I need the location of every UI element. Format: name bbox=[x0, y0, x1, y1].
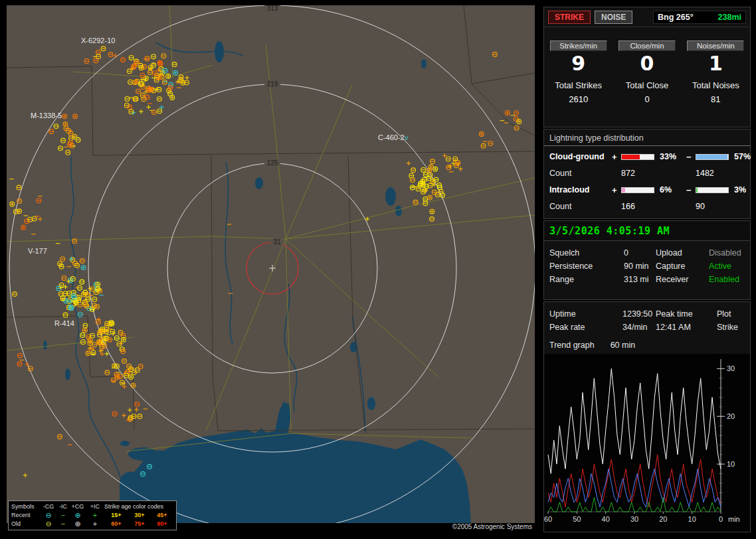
strike-symbol bbox=[430, 159, 435, 164]
strike-symbol bbox=[139, 110, 143, 114]
plus-sign: + bbox=[612, 152, 621, 162]
strike-symbol bbox=[38, 217, 42, 221]
strike-symbol bbox=[129, 56, 134, 60]
strike-symbol bbox=[101, 46, 106, 51]
rate-button-close-min[interactable]: Close/min bbox=[618, 40, 676, 51]
y-tick-label: 10 bbox=[727, 460, 735, 468]
minus-sign: − bbox=[686, 185, 696, 195]
trend-graph-label: Trend graph bbox=[549, 341, 595, 350]
strike-symbol bbox=[148, 70, 153, 75]
legend-symbol: − bbox=[56, 520, 70, 528]
rate-button-noises-min[interactable]: Noises/min bbox=[687, 40, 744, 51]
status-row-persistence: Persistence90 minCaptureActive bbox=[549, 260, 747, 273]
distribution-section: Lightning type distribution Cloud-ground… bbox=[543, 129, 751, 219]
stats-cell-c3: 12:41 AM bbox=[656, 323, 717, 332]
strike-symbol bbox=[13, 292, 17, 297]
strike-symbol bbox=[179, 75, 183, 80]
x-tick-label: 30 bbox=[630, 515, 638, 523]
strike-symbol bbox=[161, 54, 166, 58]
status-key: Squelch bbox=[549, 248, 624, 258]
total-value-total-close: 0 bbox=[644, 94, 649, 104]
app-window: 31321912531X-6292-10M-1338-5C-460-2vV-17… bbox=[0, 0, 756, 539]
strike-symbol bbox=[62, 276, 66, 281]
control-panel: STRIKE NOISE Bng 265° 238mi Strikes/minC… bbox=[543, 7, 751, 534]
trend-label-row: Trend graph 60 min bbox=[544, 334, 750, 351]
strike-symbol bbox=[157, 97, 162, 102]
ring-distance-label: 31 bbox=[273, 238, 281, 246]
noise-mode-button[interactable]: NOISE bbox=[595, 11, 632, 24]
total-label-total-close: Total Close bbox=[626, 80, 668, 90]
station-label-v-177: V-177 bbox=[28, 247, 47, 255]
status-row-squelch: Squelch0UploadDisabled bbox=[549, 246, 747, 260]
status-key: Receiver bbox=[656, 275, 709, 284]
strike-symbol bbox=[481, 143, 486, 148]
distribution-row-intracloud: Intracloud+6%−3% bbox=[549, 182, 746, 198]
strike-symbol bbox=[66, 150, 70, 155]
station-label-x-6292-10: X-6292-10 bbox=[81, 37, 115, 44]
trend-section: Uptime1239:50Peak timePlotPeak rate34/mi… bbox=[543, 301, 751, 532]
strike-symbol bbox=[151, 54, 156, 59]
rate-value-strikes-min: 9 bbox=[571, 52, 585, 75]
status-value: 90 min bbox=[624, 262, 656, 271]
strike-symbol bbox=[92, 303, 97, 308]
strike-symbol bbox=[96, 50, 100, 54]
strike-symbol bbox=[451, 161, 455, 165]
strike-symbol bbox=[82, 328, 87, 333]
total-label-total-noises: Total Noises bbox=[692, 80, 739, 90]
legend-row-recent: Recent bbox=[11, 511, 41, 520]
stats-grid: Uptime1239:50Peak timePlotPeak rate34/mi… bbox=[544, 302, 750, 334]
bearing-display: Bng 265° 238mi bbox=[653, 11, 746, 24]
strike-symbol bbox=[121, 333, 126, 338]
legend-symbol: ⊕ bbox=[70, 511, 86, 520]
legend-symbol: ⊖ bbox=[41, 520, 56, 528]
strike-mode-button[interactable]: STRIKE bbox=[548, 11, 591, 24]
strike-symbol bbox=[135, 368, 140, 372]
strike-symbol bbox=[173, 70, 178, 75]
total-value-total-strikes: 2610 bbox=[569, 94, 588, 104]
strike-symbol bbox=[114, 336, 119, 341]
strike-symbol bbox=[92, 297, 97, 301]
trend-graph: 1020306050403020100min bbox=[544, 354, 750, 532]
total-label-total-strikes: Total Strikes bbox=[555, 80, 602, 90]
rate-value-close-min: 0 bbox=[640, 52, 654, 75]
strike-symbol bbox=[430, 209, 434, 214]
trend-series-cg-negative bbox=[548, 455, 721, 507]
strike-symbol bbox=[135, 402, 140, 406]
positive-count: 872 bbox=[621, 169, 686, 178]
count-label: Count bbox=[549, 202, 612, 211]
strike-symbol bbox=[17, 362, 22, 366]
x-axis-unit-label: min bbox=[728, 515, 740, 523]
x-tick-label: 60 bbox=[544, 515, 552, 523]
strike-symbol bbox=[411, 168, 416, 173]
x-tick-label: 20 bbox=[659, 515, 667, 523]
positive-percent: 33% bbox=[657, 152, 686, 161]
strike-symbol bbox=[121, 58, 126, 62]
total-values-row: 2610081 bbox=[544, 94, 750, 104]
lightning-map[interactable]: 31321912531X-6292-10M-1338-5C-460-2vV-17… bbox=[7, 5, 535, 531]
distribution-title: Lightning type distribution bbox=[544, 129, 750, 146]
trend-series-strikes-per-min bbox=[548, 368, 721, 473]
positive-count: 166 bbox=[621, 202, 686, 211]
strike-symbol bbox=[80, 279, 84, 284]
strike-symbol bbox=[23, 473, 27, 477]
strike-symbol bbox=[138, 364, 143, 368]
negative-count: 90 bbox=[696, 202, 746, 211]
rate-values-row: 901 bbox=[544, 52, 750, 75]
stats-cell-c2: 34/min bbox=[622, 323, 656, 332]
strike-symbol bbox=[430, 217, 434, 222]
strike-layer bbox=[9, 46, 521, 477]
legend-symbol: ⊖ bbox=[41, 511, 56, 520]
strike-symbol bbox=[423, 173, 428, 177]
copyright: ©2005 Astrogenic Systems bbox=[452, 523, 532, 530]
legend-symbol: + bbox=[86, 511, 104, 520]
trend-series-noises-per-min bbox=[548, 497, 721, 512]
strike-symbol bbox=[10, 202, 15, 206]
legend-age-90: 90+ bbox=[151, 520, 173, 528]
strike-symbol bbox=[17, 185, 21, 190]
strike-symbol bbox=[136, 89, 141, 94]
strike-symbol bbox=[78, 303, 82, 307]
clock-display: 3/5/2026 4:05:19 AM bbox=[544, 221, 750, 241]
strike-symbol bbox=[49, 129, 54, 134]
rate-button-strikes-min[interactable]: Strikes/min bbox=[550, 40, 607, 51]
strike-symbol bbox=[77, 295, 82, 300]
